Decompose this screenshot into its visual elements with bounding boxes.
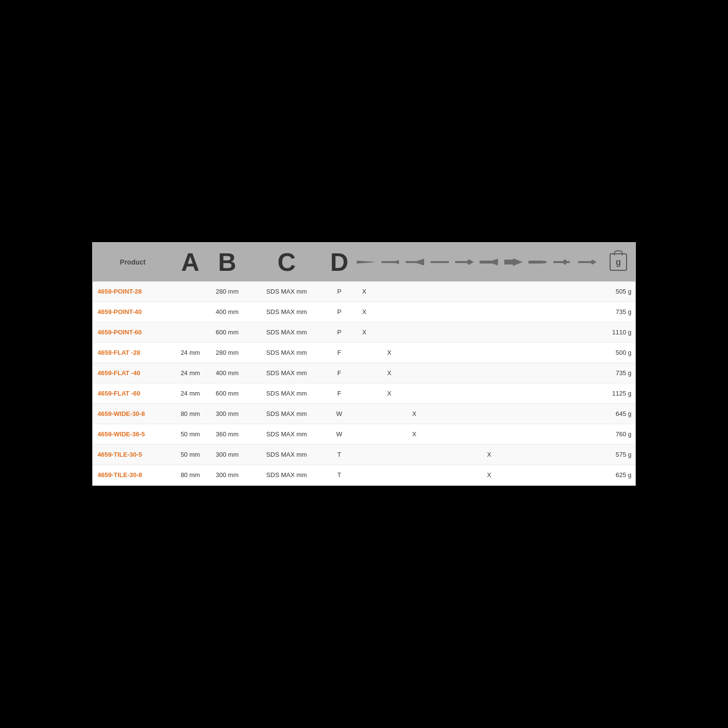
cell-product-1: 4659-POINT-40 <box>93 306 173 317</box>
icon-cell-0-0: X <box>352 288 377 295</box>
col-d-label: D <box>330 249 348 275</box>
cell-d-1: P <box>327 306 352 317</box>
icon-cell-2-0: X <box>352 329 377 336</box>
cell-b-9: 300 mm <box>208 469 247 480</box>
table-row: 4659-POINT-40 400 mm SDS MAX mm P X 735 … <box>93 302 635 322</box>
weight-label: g <box>616 257 621 267</box>
header-icon-5 <box>452 257 477 267</box>
cell-d-6: W <box>327 408 352 419</box>
icon-data-cols-1: X <box>352 308 601 315</box>
table-row: 4659-TILE-30-8 80 mm 300 mm SDS MAX mm T… <box>93 465 635 485</box>
icon-data-cols-6: X <box>352 410 601 417</box>
cell-b-1: 400 mm <box>208 306 247 317</box>
cell-a-9: 80 mm <box>173 469 208 480</box>
cell-c-0: SDS MAX mm <box>247 286 327 297</box>
header-icon-7 <box>501 257 526 267</box>
cell-b-3: 280 mm <box>208 347 247 358</box>
cell-c-6: SDS MAX mm <box>247 408 327 419</box>
cell-product-0: 4659-POINT-28 <box>93 286 173 297</box>
cell-c-7: SDS MAX mm <box>247 429 327 440</box>
cell-a-3: 24 mm <box>173 347 208 358</box>
svg-marker-2 <box>406 259 424 265</box>
table-row: 4659-POINT-60 600 mm SDS MAX mm P X 1110… <box>93 322 635 343</box>
icon-data-cols-2: X <box>352 329 601 336</box>
cell-a-1 <box>173 310 208 314</box>
header-icon-10 <box>575 257 599 267</box>
col-b-label: B <box>218 249 236 275</box>
cell-d-2: P <box>327 327 352 338</box>
header-icon-3 <box>403 257 428 267</box>
icon-data-cols-3: X <box>352 349 601 356</box>
svg-marker-1 <box>381 260 399 264</box>
cell-c-4: SDS MAX mm <box>247 367 327 379</box>
cell-d-4: F <box>327 367 352 379</box>
header-icon-4 <box>428 257 452 267</box>
icon-data-cols-9: X <box>352 471 601 479</box>
svg-marker-0 <box>357 261 375 264</box>
cell-c-8: SDS MAX mm <box>247 449 327 460</box>
cell-b-6: 300 mm <box>208 408 247 419</box>
icon-cell-9-5: X <box>477 471 501 479</box>
header-icon-1 <box>354 257 379 267</box>
col-c-label: C <box>278 249 296 275</box>
cell-product-9: 4659-TILE-30-8 <box>93 469 173 480</box>
col-a-label: A <box>181 249 199 275</box>
icon-data-cols-5: X <box>352 390 601 397</box>
cell-product-6: 4659-WIDE-30-8 <box>93 408 173 419</box>
cell-a-2 <box>173 331 208 334</box>
cell-b-7: 360 mm <box>208 429 247 440</box>
icon-cell-5-1: X <box>377 390 401 397</box>
svg-marker-6 <box>504 258 523 266</box>
header-col-d: D <box>327 249 352 275</box>
cell-a-0 <box>173 290 208 294</box>
cell-a-4: 24 mm <box>173 367 208 379</box>
cell-product-4: 4659-FLAT -40 <box>93 367 173 379</box>
table-header: Product A B C D <box>93 243 635 281</box>
cell-product-3: 4659-FLAT -28 <box>93 347 173 358</box>
table-row: 4659-WIDE-36-5 50 mm 360 mm SDS MAX mm W… <box>93 424 635 445</box>
cell-weight-0: 505 g <box>601 286 635 297</box>
cell-d-5: F <box>327 388 352 399</box>
cell-c-1: SDS MAX mm <box>247 306 327 317</box>
header-col-b: B <box>208 249 247 275</box>
svg-marker-4 <box>455 259 474 265</box>
cell-b-2: 600 mm <box>208 327 247 338</box>
icon-cell-7-2: X <box>402 430 427 438</box>
icon-data-cols-8: X <box>352 451 601 458</box>
table-row: 4659-FLAT -60 24 mm 600 mm SDS MAX mm F … <box>93 383 635 404</box>
header-product: Product <box>93 258 173 266</box>
cell-c-2: SDS MAX mm <box>247 327 327 338</box>
table-row: 4659-FLAT -28 24 mm 280 mm SDS MAX mm F … <box>93 343 635 363</box>
icon-data-cols-0: X <box>352 288 601 295</box>
cell-d-0: P <box>327 286 352 297</box>
cell-weight-1: 735 g <box>601 306 635 317</box>
cell-weight-7: 760 g <box>601 429 635 440</box>
cell-a-5: 24 mm <box>173 388 208 399</box>
cell-c-3: SDS MAX mm <box>247 347 327 358</box>
svg-marker-5 <box>480 259 498 265</box>
cell-product-8: 4659-TILE-30-5 <box>93 449 173 460</box>
icon-cell-6-2: X <box>402 410 427 417</box>
table-row: 4659-WIDE-30-8 80 mm 300 mm SDS MAX mm W… <box>93 404 635 424</box>
header-icon-8 <box>526 257 550 267</box>
cell-a-6: 80 mm <box>173 408 208 419</box>
cell-weight-3: 500 g <box>601 347 635 358</box>
svg-rect-3 <box>430 261 449 263</box>
svg-marker-7 <box>553 259 570 265</box>
cell-c-5: SDS MAX mm <box>247 388 327 399</box>
table-row: 4659-TILE-30-5 50 mm 300 mm SDS MAX mm T… <box>93 445 635 465</box>
header-icon-cols <box>352 257 601 267</box>
product-table: Product A B C D <box>92 242 636 486</box>
cell-d-9: T <box>327 469 352 480</box>
header-icon-2 <box>379 257 403 267</box>
svg-marker-8 <box>578 260 596 265</box>
header-col-a: A <box>173 249 208 275</box>
cell-d-7: W <box>327 429 352 440</box>
cell-weight-5: 1125 g <box>601 388 635 399</box>
cell-a-7: 50 mm <box>173 429 208 440</box>
cell-b-0: 280 mm <box>208 286 247 297</box>
cell-product-5: 4659-FLAT -60 <box>93 388 173 399</box>
cell-b-8: 300 mm <box>208 449 247 460</box>
icon-cell-3-1: X <box>377 349 401 356</box>
cell-b-5: 600 mm <box>208 388 247 399</box>
